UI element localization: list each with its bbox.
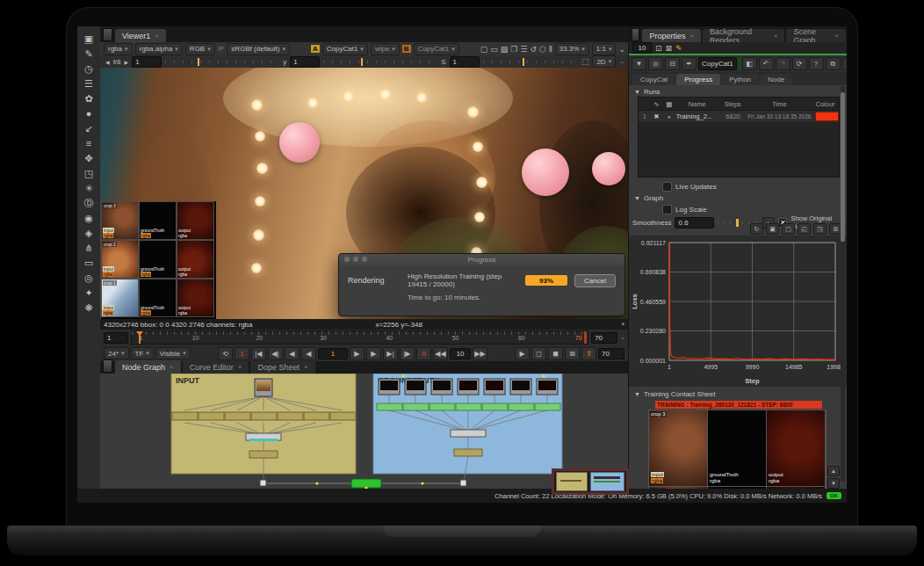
- fps-dropdown[interactable]: 24*▾: [104, 347, 129, 359]
- node-color-swatch[interactable]: [739, 58, 740, 69]
- collapse-toolbar-icon[interactable]: ⌄: [618, 45, 625, 54]
- views-icon[interactable]: ◉: [81, 211, 97, 225]
- shuffle-node[interactable]: [454, 449, 482, 456]
- close-icon[interactable]: ×: [834, 32, 839, 40]
- next-keyframe-button[interactable]: ▶|: [383, 347, 398, 360]
- time-icon[interactable]: ◷: [81, 62, 97, 76]
- close-icon[interactable]: ×: [774, 32, 778, 40]
- edit-icon[interactable]: ✎: [675, 44, 682, 53]
- run-row[interactable]: 1 ✖ ● Training_2... 6820 Fri Jan 30 13:1…: [639, 111, 839, 122]
- frame-y-icon[interactable]: ◳: [813, 223, 827, 235]
- cancel-button[interactable]: Cancel: [574, 274, 616, 287]
- flipbook-icon[interactable]: ▶: [515, 347, 530, 360]
- refresh-icon[interactable]: ↺: [530, 45, 537, 54]
- display-style-dropdown[interactable]: RGB▾: [185, 43, 215, 55]
- crop-node[interactable]: [172, 412, 198, 420]
- controls-icon[interactable]: ⊟: [665, 57, 680, 70]
- clear-panels-icon[interactable]: ⊠: [666, 44, 673, 53]
- strips-icon[interactable]: ☰: [520, 45, 527, 54]
- ratio-dropdown[interactable]: 1:1▾: [592, 43, 617, 55]
- runs-section-header[interactable]: ▼Runs: [634, 88, 661, 96]
- crop-node[interactable]: [509, 403, 534, 410]
- selection-box-icon[interactable]: ⬚: [581, 57, 589, 66]
- crop-node[interactable]: [482, 403, 508, 410]
- pause-icon[interactable]: ‖: [549, 45, 552, 54]
- appendclip-node[interactable]: [451, 430, 486, 437]
- frame-x-icon[interactable]: ◱: [798, 223, 811, 235]
- col-time[interactable]: Time: [747, 100, 812, 108]
- keyer-icon[interactable]: ↙: [81, 121, 97, 135]
- mask-icon[interactable]: ◧: [742, 57, 757, 70]
- node-graph[interactable]: INPUT GROUNDTRUTH: [100, 374, 628, 489]
- crop-node[interactable]: [330, 412, 356, 420]
- tab-curve-editor[interactable]: Curve Editor×: [183, 360, 249, 374]
- center-node-icon[interactable]: ◎: [648, 57, 663, 70]
- color-picker-icon[interactable]: ✒: [682, 57, 697, 70]
- curve-toggle-icon[interactable]: ∿: [651, 100, 663, 108]
- zoom-y-icon[interactable]: ▢: [782, 223, 795, 235]
- layers-icon[interactable]: ❐: [510, 45, 517, 54]
- collapse-node-icon[interactable]: ▼: [632, 57, 646, 70]
- crop-node[interactable]: [304, 412, 329, 420]
- contact-sheet-section-header[interactable]: ▼Training Contact Sheet: [634, 390, 715, 398]
- deep-icon[interactable]: Ⓓ: [81, 196, 97, 210]
- metadata-icon[interactable]: ◈: [81, 226, 97, 240]
- frame-a-icon[interactable]: ◻: [531, 347, 546, 360]
- run-colour-swatch[interactable]: [815, 112, 839, 121]
- ofx-icon[interactable]: ◎: [81, 271, 97, 285]
- crop-node[interactable]: [535, 403, 560, 410]
- transform-icon[interactable]: ✥: [81, 151, 97, 165]
- step-back-button[interactable]: ◀: [285, 347, 300, 360]
- crop-node[interactable]: [251, 412, 277, 420]
- zoom-window-icon[interactable]: [362, 257, 367, 262]
- gain-prev-icon[interactable]: ◀: [105, 59, 110, 65]
- input-process-toggle[interactable]: IP: [218, 45, 225, 53]
- zoom-dropdown[interactable]: 33.3%▾: [555, 43, 589, 55]
- current-frame-input[interactable]: 1: [318, 348, 348, 359]
- particles-icon[interactable]: ✳: [81, 181, 97, 195]
- tab-progress[interactable]: Progress: [676, 74, 720, 85]
- stereo-warning-icon[interactable]: ⌄: [619, 58, 624, 65]
- frame-increment-input[interactable]: 10: [450, 348, 471, 359]
- loss-chart[interactable]: 0.0000010.2302800.4605590.6908380.921117…: [629, 236, 847, 387]
- zoom-x-icon[interactable]: ▣: [766, 223, 779, 235]
- gamma-input[interactable]: 1: [290, 56, 320, 68]
- save-layout-icon[interactable]: ⇪: [581, 347, 596, 360]
- col-steps[interactable]: Steps: [718, 100, 747, 108]
- refresh-graph-icon[interactable]: ↻: [750, 223, 763, 235]
- jump-forward-button[interactable]: ▶▶: [473, 347, 487, 360]
- layer-dropdown[interactable]: rgba.alpha▾: [135, 43, 183, 55]
- close-panel-icon[interactable]: ×: [842, 57, 847, 70]
- play-button[interactable]: ▶: [350, 347, 365, 360]
- close-window-icon[interactable]: [344, 257, 350, 262]
- close-icon[interactable]: ×: [170, 363, 174, 371]
- crop-node[interactable]: [199, 412, 224, 420]
- help-icon[interactable]: ?: [809, 57, 824, 70]
- proxy-icon[interactable]: ▭: [490, 45, 498, 54]
- minimize-window-icon[interactable]: [353, 257, 358, 262]
- progress-dialog-titlebar[interactable]: Progress: [339, 254, 624, 265]
- goto-start-button[interactable]: |◀: [251, 347, 266, 360]
- delete-run-icon[interactable]: ✖: [651, 112, 663, 120]
- float-panel-icon[interactable]: ⧉: [826, 57, 841, 70]
- image-icon[interactable]: ▣: [81, 32, 97, 46]
- 3d-icon[interactable]: ◳: [81, 166, 97, 180]
- extras-icon[interactable]: ❋: [81, 301, 97, 315]
- max-panels-input[interactable]: 10: [632, 42, 652, 54]
- tab-node-graph[interactable]: Node Graph×: [115, 360, 181, 374]
- close-icon[interactable]: ×: [238, 363, 242, 371]
- gamma-slider[interactable]: [323, 61, 437, 63]
- visible-dropdown[interactable]: Visible▾: [155, 347, 191, 359]
- scroll-up-icon[interactable]: ▲: [827, 466, 840, 476]
- viewer-process-dropdown[interactable]: sRGBf (default)▾: [227, 43, 290, 55]
- tab-dope-sheet[interactable]: Dope Sheet×: [250, 360, 314, 374]
- col-name[interactable]: Name: [676, 100, 718, 108]
- goto-end-button[interactable]: |▶: [400, 347, 415, 360]
- crop-node[interactable]: [456, 403, 481, 410]
- toolsets-icon[interactable]: ⋔: [81, 241, 97, 255]
- channels-dropdown[interactable]: rgba▾: [104, 43, 133, 55]
- redo-icon[interactable]: ↷: [776, 57, 790, 70]
- loop-mode-icon[interactable]: ⟲: [218, 347, 233, 360]
- run-radio[interactable]: ●: [662, 114, 676, 120]
- tab-scene-graph[interactable]: Scene Graph×: [786, 29, 846, 42]
